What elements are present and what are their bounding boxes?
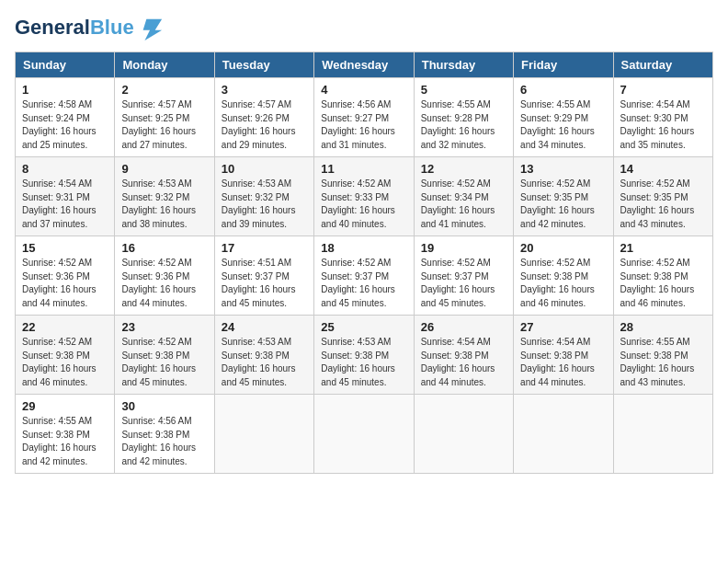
- calendar-header-cell: Wednesday: [314, 52, 414, 78]
- calendar-day-cell: 24Sunrise: 4:53 AM Sunset: 9:38 PM Dayli…: [214, 316, 313, 395]
- calendar-header-cell: Friday: [514, 52, 613, 78]
- calendar-day-cell: 18Sunrise: 4:52 AM Sunset: 9:37 PM Dayli…: [314, 236, 414, 316]
- calendar-day-cell: 21Sunrise: 4:52 AM Sunset: 9:38 PM Dayli…: [613, 236, 712, 316]
- day-info: Sunrise: 4:52 AM Sunset: 9:35 PM Dayligh…: [620, 178, 706, 231]
- calendar-day-cell: 20Sunrise: 4:52 AM Sunset: 9:38 PM Dayli…: [514, 236, 613, 316]
- day-info: Sunrise: 4:53 AM Sunset: 9:38 PM Dayligh…: [321, 336, 406, 389]
- day-info: Sunrise: 4:52 AM Sunset: 9:38 PM Dayligh…: [520, 257, 606, 310]
- calendar-day-cell: 11Sunrise: 4:52 AM Sunset: 9:33 PM Dayli…: [314, 157, 414, 236]
- day-info: Sunrise: 4:52 AM Sunset: 9:38 PM Dayligh…: [620, 257, 706, 310]
- day-info: Sunrise: 4:55 AM Sunset: 9:38 PM Dayligh…: [620, 336, 706, 389]
- calendar-day-cell: [214, 395, 313, 474]
- day-number: 7: [620, 83, 706, 97]
- day-info: Sunrise: 4:55 AM Sunset: 9:28 PM Dayligh…: [421, 98, 506, 152]
- calendar-day-cell: 15Sunrise: 4:52 AM Sunset: 9:36 PM Dayli…: [16, 236, 115, 316]
- calendar-day-cell: 7Sunrise: 4:54 AM Sunset: 9:30 PM Daylig…: [613, 78, 712, 157]
- calendar-body: 1Sunrise: 4:58 AM Sunset: 9:24 PM Daylig…: [16, 78, 713, 474]
- day-number: 19: [421, 241, 506, 255]
- day-info: Sunrise: 4:53 AM Sunset: 9:38 PM Dayligh…: [222, 336, 307, 389]
- day-info: Sunrise: 4:52 AM Sunset: 9:37 PM Dayligh…: [321, 257, 406, 310]
- calendar-day-cell: 1Sunrise: 4:58 AM Sunset: 9:24 PM Daylig…: [16, 78, 115, 157]
- calendar-day-cell: 12Sunrise: 4:52 AM Sunset: 9:34 PM Dayli…: [414, 157, 513, 236]
- calendar-day-cell: 2Sunrise: 4:57 AM Sunset: 9:25 PM Daylig…: [115, 78, 214, 157]
- day-number: 15: [22, 241, 108, 255]
- day-number: 11: [321, 162, 406, 176]
- day-number: 25: [321, 320, 406, 334]
- calendar-day-cell: 30Sunrise: 4:56 AM Sunset: 9:38 PM Dayli…: [115, 395, 214, 474]
- day-number: 6: [520, 83, 606, 97]
- calendar-day-cell: 14Sunrise: 4:52 AM Sunset: 9:35 PM Dayli…: [613, 157, 712, 236]
- day-number: 16: [121, 241, 207, 255]
- day-number: 30: [121, 399, 207, 413]
- day-number: 4: [321, 83, 406, 97]
- calendar-header-row: SundayMondayTuesdayWednesdayThursdayFrid…: [16, 52, 713, 78]
- calendar-day-cell: 19Sunrise: 4:52 AM Sunset: 9:37 PM Dayli…: [414, 236, 513, 316]
- calendar-header-cell: Tuesday: [214, 52, 313, 78]
- calendar-day-cell: 28Sunrise: 4:55 AM Sunset: 9:38 PM Dayli…: [613, 316, 712, 395]
- calendar-day-cell: 13Sunrise: 4:52 AM Sunset: 9:35 PM Dayli…: [514, 157, 613, 236]
- page-header: GeneralBlue: [15, 15, 713, 40]
- day-info: Sunrise: 4:58 AM Sunset: 9:24 PM Dayligh…: [22, 98, 108, 152]
- calendar-header-cell: Saturday: [613, 52, 712, 78]
- day-number: 3: [222, 83, 307, 97]
- calendar-day-cell: 9Sunrise: 4:53 AM Sunset: 9:32 PM Daylig…: [115, 157, 214, 236]
- day-number: 26: [421, 320, 506, 334]
- svg-marker-0: [142, 19, 162, 40]
- calendar-day-cell: 8Sunrise: 4:54 AM Sunset: 9:31 PM Daylig…: [16, 157, 115, 236]
- day-info: Sunrise: 4:52 AM Sunset: 9:33 PM Dayligh…: [321, 178, 406, 231]
- logo: GeneralBlue: [15, 15, 164, 40]
- calendar-week-row: 15Sunrise: 4:52 AM Sunset: 9:36 PM Dayli…: [16, 236, 713, 316]
- calendar-day-cell: 23Sunrise: 4:52 AM Sunset: 9:38 PM Dayli…: [115, 316, 214, 395]
- day-info: Sunrise: 4:57 AM Sunset: 9:25 PM Dayligh…: [121, 98, 207, 152]
- day-number: 22: [22, 320, 108, 334]
- calendar-table: SundayMondayTuesdayWednesdayThursdayFrid…: [15, 52, 713, 474]
- calendar-day-cell: [514, 395, 613, 474]
- logo-text: GeneralBlue: [15, 17, 134, 39]
- day-info: Sunrise: 4:52 AM Sunset: 9:36 PM Dayligh…: [121, 257, 207, 310]
- calendar-day-cell: 3Sunrise: 4:57 AM Sunset: 9:26 PM Daylig…: [214, 78, 313, 157]
- calendar-header-cell: Sunday: [16, 52, 115, 78]
- day-info: Sunrise: 4:55 AM Sunset: 9:29 PM Dayligh…: [520, 98, 606, 152]
- calendar-day-cell: 4Sunrise: 4:56 AM Sunset: 9:27 PM Daylig…: [314, 78, 414, 157]
- calendar-day-cell: 22Sunrise: 4:52 AM Sunset: 9:38 PM Dayli…: [16, 316, 115, 395]
- day-info: Sunrise: 4:51 AM Sunset: 9:37 PM Dayligh…: [222, 257, 307, 310]
- calendar-day-cell: 10Sunrise: 4:53 AM Sunset: 9:32 PM Dayli…: [214, 157, 313, 236]
- day-number: 8: [22, 162, 108, 176]
- calendar-week-row: 22Sunrise: 4:52 AM Sunset: 9:38 PM Dayli…: [16, 316, 713, 395]
- day-info: Sunrise: 4:53 AM Sunset: 9:32 PM Dayligh…: [121, 178, 207, 231]
- calendar-week-row: 1Sunrise: 4:58 AM Sunset: 9:24 PM Daylig…: [16, 78, 713, 157]
- calendar-day-cell: [314, 395, 414, 474]
- day-info: Sunrise: 4:53 AM Sunset: 9:32 PM Dayligh…: [222, 178, 307, 231]
- day-number: 12: [421, 162, 506, 176]
- day-number: 17: [222, 241, 307, 255]
- day-number: 1: [22, 83, 108, 97]
- day-number: 27: [520, 320, 606, 334]
- day-info: Sunrise: 4:52 AM Sunset: 9:37 PM Dayligh…: [421, 257, 506, 310]
- calendar-header-cell: Thursday: [414, 52, 513, 78]
- day-info: Sunrise: 4:52 AM Sunset: 9:34 PM Dayligh…: [421, 178, 506, 231]
- day-number: 10: [222, 162, 307, 176]
- day-number: 13: [520, 162, 606, 176]
- calendar-week-row: 8Sunrise: 4:54 AM Sunset: 9:31 PM Daylig…: [16, 157, 713, 236]
- calendar-day-cell: 29Sunrise: 4:55 AM Sunset: 9:38 PM Dayli…: [16, 395, 115, 474]
- day-info: Sunrise: 4:55 AM Sunset: 9:38 PM Dayligh…: [22, 415, 108, 468]
- day-info: Sunrise: 4:56 AM Sunset: 9:38 PM Dayligh…: [121, 415, 207, 468]
- calendar-day-cell: [414, 395, 513, 474]
- day-info: Sunrise: 4:52 AM Sunset: 9:38 PM Dayligh…: [121, 336, 207, 389]
- calendar-day-cell: 17Sunrise: 4:51 AM Sunset: 9:37 PM Dayli…: [214, 236, 313, 316]
- calendar-day-cell: 26Sunrise: 4:54 AM Sunset: 9:38 PM Dayli…: [414, 316, 513, 395]
- calendar-day-cell: 5Sunrise: 4:55 AM Sunset: 9:28 PM Daylig…: [414, 78, 513, 157]
- calendar-day-cell: 6Sunrise: 4:55 AM Sunset: 9:29 PM Daylig…: [514, 78, 613, 157]
- day-number: 5: [421, 83, 506, 97]
- day-number: 23: [121, 320, 207, 334]
- calendar-day-cell: 27Sunrise: 4:54 AM Sunset: 9:38 PM Dayli…: [514, 316, 613, 395]
- day-number: 18: [321, 241, 406, 255]
- logo-icon: [138, 15, 164, 40]
- day-number: 24: [222, 320, 307, 334]
- calendar-week-row: 29Sunrise: 4:55 AM Sunset: 9:38 PM Dayli…: [16, 395, 713, 474]
- day-number: 14: [620, 162, 706, 176]
- day-number: 20: [520, 241, 606, 255]
- day-info: Sunrise: 4:54 AM Sunset: 9:38 PM Dayligh…: [421, 336, 506, 389]
- calendar-day-cell: [613, 395, 712, 474]
- day-info: Sunrise: 4:57 AM Sunset: 9:26 PM Dayligh…: [222, 98, 307, 152]
